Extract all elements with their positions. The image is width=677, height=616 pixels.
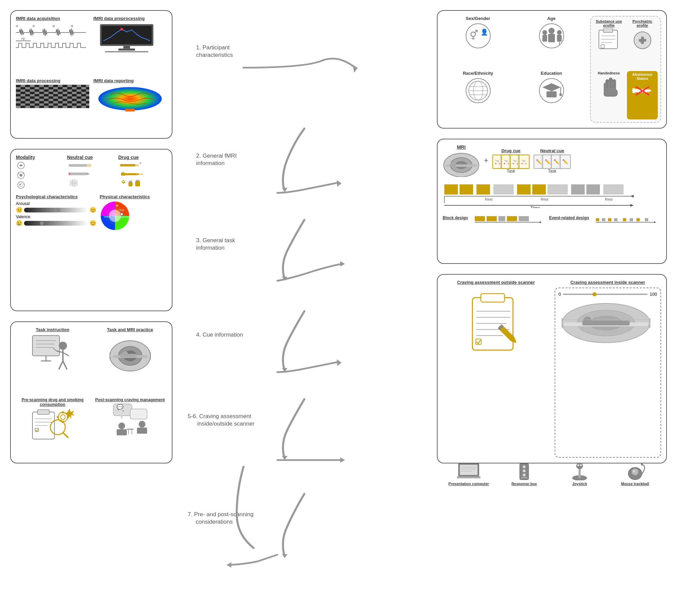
svg-marker-239 [282, 554, 287, 558]
laptop-svg [457, 462, 481, 480]
phys-characteristics: Physical characteristics [100, 194, 167, 231]
svg-line-71 [63, 361, 67, 369]
neutral-pencil-icon [67, 170, 94, 178]
svg-line-70 [59, 361, 63, 369]
neutral-cig-icon [67, 161, 94, 169]
svg-rect-104 [137, 428, 147, 434]
svg-rect-27 [69, 164, 87, 167]
svg-rect-184 [630, 218, 633, 221]
inside-scanner-svg [559, 299, 653, 343]
sex-gender-svg: ⚥ 👤 [463, 22, 493, 49]
svg-rect-174 [498, 216, 505, 221]
svg-rect-11 [105, 51, 148, 52]
cue-drug: Drug cue [118, 155, 167, 189]
svg-rect-183 [623, 218, 626, 221]
svg-text:Saturation: Saturation [121, 215, 130, 218]
modality-icon-1 [16, 161, 33, 170]
svg-text:Rest: Rest [485, 197, 493, 201]
svg-rect-92 [57, 416, 59, 418]
svg-rect-99 [130, 409, 147, 419]
svg-rect-176 [519, 216, 529, 221]
svg-marker-234 [340, 261, 345, 267]
mri-practice-svg [107, 332, 154, 376]
svg-rect-190 [481, 294, 505, 302]
post-scanning: Post-scanning craving management 💬 ? [93, 397, 167, 458]
svg-point-58 [120, 213, 123, 215]
svg-point-116 [557, 30, 562, 35]
svg-rect-16 [16, 85, 89, 108]
task-mri-practice: Task and MRI practice [93, 327, 167, 393]
svg-rect-91 [62, 421, 64, 423]
svg-rect-159 [547, 184, 568, 195]
svg-rect-90 [62, 411, 64, 413]
svg-rect-115 [548, 34, 555, 42]
svg-rect-181 [608, 218, 611, 221]
svg-point-218 [523, 470, 526, 472]
drug-cig-icon [118, 161, 145, 169]
svg-marker-188 [654, 221, 656, 223]
svg-marker-238 [340, 457, 345, 463]
svg-point-37 [70, 183, 73, 186]
fmri-reporting: fMRI data reporting [93, 78, 167, 133]
svg-point-228 [633, 470, 635, 472]
abstinence-item: Abstinence Status [627, 71, 658, 119]
age-svg [536, 22, 567, 49]
step-7-label: 7. Pre- and post-scanning considerations [188, 511, 254, 526]
svg-rect-145 [632, 88, 635, 93]
processing-checkerboard-svg [16, 85, 89, 108]
age-item: Age [516, 16, 587, 68]
svg-point-89 [61, 415, 65, 419]
svg-rect-10 [118, 49, 135, 51]
svg-marker-235 [282, 368, 287, 372]
svg-rect-189 [472, 298, 513, 350]
step-56-label: 5-6. Craving assessment inside/outside s… [188, 413, 255, 428]
step-4-label: 4. Cue information [196, 332, 243, 338]
joystick-device: Joystick [554, 462, 606, 486]
race-ethnicity-item: Race/Ethnicity [443, 71, 513, 123]
svg-rect-156 [493, 184, 514, 195]
joystick-svg [569, 462, 590, 480]
svg-marker-42 [137, 173, 141, 175]
svg-rect-49 [135, 181, 140, 186]
task-instruction: Task instruction [16, 327, 89, 393]
reporting-brain-svg [93, 85, 167, 112]
svg-marker-126 [542, 83, 561, 91]
svg-rect-211 [460, 465, 477, 475]
svg-marker-100 [134, 419, 137, 423]
svg-marker-232 [337, 180, 342, 187]
sex-gender-item: Sex/Gender ⚥ 👤 [443, 16, 513, 68]
svg-point-65 [59, 342, 67, 350]
fmri-processing: fMRI data processing [16, 78, 89, 133]
svg-rect-59 [32, 336, 60, 356]
svg-marker-171 [630, 195, 634, 198]
svg-rect-117 [557, 35, 562, 42]
svg-rect-28 [87, 164, 91, 167]
response-box: Response box [498, 462, 550, 486]
neutral-flower-icon [67, 179, 94, 187]
svg-point-227 [632, 469, 638, 475]
svg-text:?: ? [122, 409, 124, 414]
svg-rect-173 [487, 216, 497, 221]
svg-marker-236 [337, 359, 342, 366]
svg-rect-155 [476, 184, 490, 195]
step-3-label: 3. General taskinformation [196, 237, 235, 252]
svg-text:H: H [116, 204, 118, 207]
svg-rect-48 [129, 181, 132, 182]
svg-rect-127 [546, 91, 557, 97]
post-scanning-svg: 💬 ? [107, 402, 154, 436]
svg-text:α: α [32, 24, 34, 28]
svg-point-114 [548, 28, 555, 34]
acquisition-signal-svg: α α α α TE [16, 22, 89, 53]
svg-rect-161 [586, 184, 600, 195]
step-2-label: 2. General fMRIinformation [196, 152, 237, 167]
svg-text:Time: Time [531, 206, 540, 208]
svg-rect-29 [70, 173, 87, 175]
svg-marker-96 [120, 416, 123, 420]
svg-rect-77 [120, 354, 137, 357]
psychiatric-profile-item: Psychiatric profile + [627, 19, 658, 68]
svg-text:👤: 👤 [481, 28, 488, 36]
svg-rect-153 [444, 184, 458, 195]
pre-scanning: Pre-scanning drug and smoking consumptio… [16, 397, 89, 458]
svg-rect-50 [136, 180, 139, 181]
svg-rect-162 [603, 184, 624, 195]
